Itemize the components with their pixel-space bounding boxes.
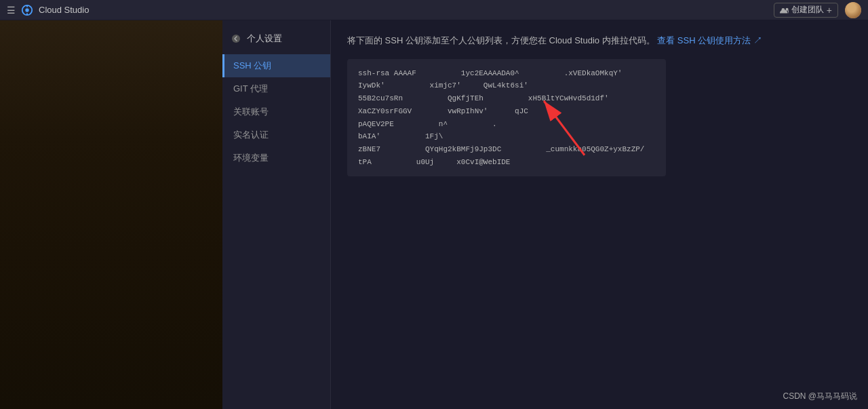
settings-main-content: 将下面的 SSH 公钥添加至个人公钥列表，方便您在 Cloud Studio 内… <box>331 20 868 409</box>
avatar-image <box>845 2 861 18</box>
sidebar-header-label: 个人设置 <box>247 33 282 45</box>
app-logo-icon <box>21 4 33 16</box>
ssh-key-line-2: 55B2cu7sRn QgKfjTEh xH5BltYCwHvd5d1df' X… <box>358 92 655 117</box>
settings-description: 将下面的 SSH 公钥添加至个人公钥列表，方便您在 Cloud Studio 内… <box>347 34 852 48</box>
titlebar: ☰ Cloud Studio 创建团队 + <box>0 0 868 20</box>
sidebar-item-env[interactable]: 环境变量 <box>222 147 330 170</box>
titlebar-right: 创建团队 + <box>774 2 861 18</box>
app-title: Cloud Studio <box>39 5 89 15</box>
create-team-button[interactable]: 创建团队 + <box>774 3 838 18</box>
ssh-key-line-5: tPA u0Uj x0CvI@WebIDE <box>358 156 655 169</box>
sidebar-item-ssh-label: SSH 公钥 <box>233 60 271 71</box>
sidebar-item-realname[interactable]: 实名认证 <box>222 123 330 147</box>
ssh-key-box: ssh-rsa AAAAF 1yc2EAAAADA0^ .xVEDkaOMkqY… <box>347 59 666 177</box>
sidebar-item-git-label: GIT 代理 <box>233 83 268 94</box>
settings-sidebar: 个人设置 SSH 公钥 GIT 代理 关联账号 实名认证 环境变量 <box>222 20 331 409</box>
svg-point-1 <box>25 8 28 12</box>
svg-point-4 <box>232 35 240 43</box>
ssh-key-line-3: pAQEV2PE n^ . bAIA' 1Fj\ <box>358 118 655 143</box>
hamburger-icon[interactable]: ☰ <box>7 5 16 16</box>
ssh-key-line-4: zBNE7 QYqHg2kBMFj9Jp3DC _cumnkka05QG0Z+y… <box>358 143 655 156</box>
ssh-help-link[interactable]: 查看 SSH 公钥使用方法 ↗ <box>657 35 762 45</box>
sidebar-item-git[interactable]: GIT 代理 <box>222 77 330 100</box>
external-link-icon: ↗ <box>753 35 762 45</box>
create-team-label: 创建团队 <box>791 4 824 16</box>
sidebar-item-bind-label: 关联账号 <box>233 106 269 117</box>
people-icon <box>780 5 789 14</box>
titlebar-left: ☰ Cloud Studio <box>7 4 89 16</box>
left-panel <box>0 20 222 409</box>
main-content: 个人设置 SSH 公钥 GIT 代理 关联账号 实名认证 环境变量 将下面的 S… <box>0 20 868 409</box>
sidebar-header: 个人设置 <box>222 27 330 54</box>
plus-icon: + <box>827 5 832 16</box>
ssh-key-line-1: ssh-rsa AAAAF 1yc2EAAAADA0^ .xVEDkaOMkqY… <box>358 67 655 92</box>
description-text: 将下面的 SSH 公钥添加至个人公钥列表，方便您在 Cloud Studio 内… <box>347 35 655 45</box>
avatar[interactable] <box>845 2 861 18</box>
sidebar-item-realname-label: 实名认证 <box>233 130 269 140</box>
sidebar-item-ssh[interactable]: SSH 公钥 <box>222 54 330 77</box>
back-icon[interactable] <box>231 33 241 44</box>
sidebar-item-bind[interactable]: 关联账号 <box>222 100 330 123</box>
sidebar-item-env-label: 环境变量 <box>233 153 269 163</box>
